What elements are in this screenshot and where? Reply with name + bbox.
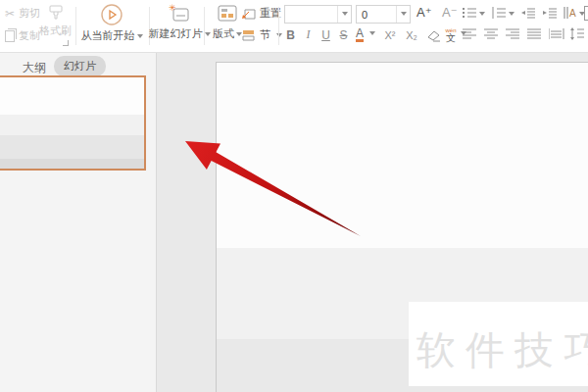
- caret-icon: [509, 12, 514, 19]
- increase-font-label: A⁺: [416, 5, 432, 20]
- bold-label: B: [286, 28, 295, 42]
- thumbnail-band: [0, 135, 144, 159]
- caret-icon: [479, 12, 485, 19]
- line-spacing-button[interactable]: [570, 27, 585, 40]
- eraser-icon: [426, 28, 442, 42]
- bullet-list-icon: [463, 7, 477, 20]
- decrease-font-label: A⁻: [442, 5, 458, 20]
- reset-icon: [241, 7, 256, 21]
- thumbnail-band: [0, 77, 144, 115]
- watermark-text: 软件技巧: [416, 323, 588, 377]
- format-painter-button[interactable]: 格式刷: [39, 4, 72, 38]
- font-color-dropdown[interactable]: [367, 25, 376, 44]
- subscript-button[interactable]: X₂: [402, 25, 421, 44]
- ribbon-toolbar: ✂ 剪切 复制 格式刷 从当前开始 ✳ 新建幻灯片: [0, 0, 588, 53]
- section-icon: [241, 28, 256, 42]
- pinyin-guide-button[interactable]: wén 文: [443, 25, 459, 44]
- align-center-icon: [484, 27, 499, 40]
- new-slide-button[interactable]: ✳ 新建幻灯片: [151, 3, 208, 41]
- separator: [75, 7, 76, 45]
- underline-label: U: [321, 28, 330, 42]
- cut-button[interactable]: ✂ 剪切: [5, 6, 40, 21]
- cropped-toolbar-icon: [584, 6, 588, 21]
- caret-icon: [369, 31, 375, 38]
- underline-button[interactable]: U: [318, 25, 334, 44]
- strikethrough-button[interactable]: S: [335, 25, 352, 44]
- play-from-current-button[interactable]: 从当前开始: [78, 3, 145, 43]
- font-size-value: 0: [357, 9, 396, 21]
- justify-button[interactable]: [527, 27, 542, 40]
- brush-icon: [47, 4, 65, 22]
- play-circle-icon: [100, 3, 123, 26]
- justify-icon: [527, 27, 542, 40]
- decrease-indent-button[interactable]: [521, 7, 536, 20]
- section-button[interactable]: 节: [241, 27, 282, 42]
- decrease-font-size-button[interactable]: A⁻: [442, 5, 458, 20]
- section-label: 节: [260, 27, 270, 42]
- numbered-list-icon: [492, 7, 507, 20]
- italic-label: I: [307, 27, 311, 42]
- cut-label: 剪切: [19, 6, 40, 21]
- font-color-label: A: [356, 28, 364, 42]
- increase-font-size-button[interactable]: A⁺: [416, 5, 432, 20]
- textdir-char: A: [569, 8, 576, 19]
- font-name-combobox[interactable]: [284, 5, 352, 24]
- bullet-list-button[interactable]: [463, 7, 485, 20]
- superscript-button[interactable]: X²: [380, 25, 400, 44]
- distribute-text-button[interactable]: [549, 27, 564, 40]
- italic-button[interactable]: I: [300, 25, 317, 44]
- scissors-icon: ✂: [5, 8, 15, 20]
- thumbnail-band: [0, 115, 144, 135]
- tab-slides[interactable]: 幻灯片: [54, 56, 106, 76]
- pinyin-char-label: 文: [446, 33, 456, 43]
- clear-format-button[interactable]: [425, 25, 443, 44]
- font-color-button[interactable]: A: [353, 25, 367, 44]
- watermark-box: 软件技巧: [409, 302, 588, 386]
- numbered-list-button[interactable]: [492, 7, 514, 20]
- chevron-down-icon[interactable]: [337, 6, 351, 23]
- superscript-label: X²: [385, 29, 396, 41]
- pinyin-icon: wén 文: [445, 27, 456, 43]
- reset-button[interactable]: 重置: [241, 6, 281, 21]
- format-painter-label: 格式刷: [39, 24, 72, 38]
- bold-button[interactable]: B: [282, 25, 299, 44]
- increase-indent-icon: [543, 7, 558, 20]
- subscript-label: X₂: [406, 29, 417, 41]
- text-direction-button[interactable]: A: [563, 6, 585, 20]
- separator: [278, 7, 279, 45]
- increase-indent-button[interactable]: [543, 7, 558, 20]
- caret-icon: [137, 34, 143, 41]
- align-left-icon: [463, 27, 477, 40]
- layout-label: 版式: [213, 26, 234, 41]
- line-spacing-icon: [570, 27, 585, 40]
- align-right-button[interactable]: [506, 27, 520, 40]
- svg-text:✳: ✳: [169, 3, 176, 13]
- new-slide-label: 新建幻灯片: [149, 26, 203, 41]
- font-size-combobox[interactable]: 0: [356, 5, 411, 24]
- align-right-icon: [506, 27, 520, 40]
- dialog-launcher-icon[interactable]: [63, 40, 69, 46]
- thumbnail-band: [0, 159, 144, 169]
- strikethrough-label: S: [339, 28, 347, 42]
- text-direction-icon: A: [563, 6, 577, 20]
- decrease-indent-icon: [521, 7, 536, 20]
- separator: [204, 7, 205, 45]
- tab-outline[interactable]: 大纲: [23, 60, 46, 76]
- copy-button[interactable]: 复制: [5, 28, 40, 43]
- copy-icon: [5, 30, 15, 42]
- slide-canvas[interactable]: 软件技巧: [216, 62, 588, 392]
- align-center-button[interactable]: [484, 27, 499, 40]
- new-slide-icon: ✳: [169, 3, 190, 24]
- copy-label: 复制: [19, 28, 40, 43]
- play-from-current-label: 从当前开始: [81, 28, 135, 43]
- chevron-down-icon[interactable]: [396, 6, 410, 23]
- slide-thumbnail-selected[interactable]: [0, 75, 146, 171]
- align-left-button[interactable]: [463, 27, 477, 40]
- layout-icon: [217, 3, 238, 24]
- distribute-icon: [549, 27, 564, 40]
